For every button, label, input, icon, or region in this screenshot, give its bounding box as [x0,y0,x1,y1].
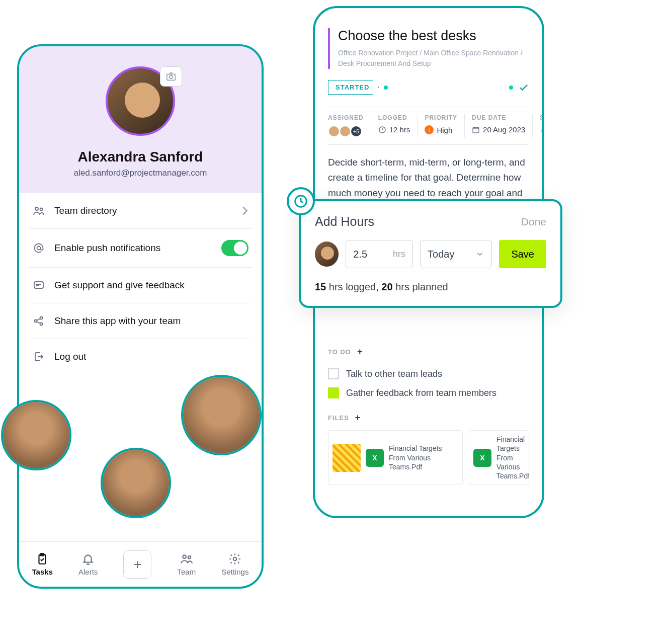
svg-point-1 [170,75,173,78]
status-chip[interactable]: STARTED [328,80,379,95]
todo-section-header: TO DO + [328,347,529,357]
avatar [339,125,351,137]
menu-label: Team directory [54,205,117,216]
logout-icon [32,350,45,363]
menu-label: Enable push notifications [54,243,160,254]
file-card[interactable]: X Financial Targets From Various Teams.P… [469,430,529,485]
file-name: Financial Targets From Various Teams.Pdf [389,444,458,471]
meta-due-date[interactable]: DUE DATE 20 Aug 2023 [464,114,525,137]
tab-label: Settings [221,568,248,576]
menu-team-directory[interactable]: Team directory [29,193,252,229]
hours-input[interactable]: 2.5 hrs [346,240,413,268]
bell-icon [81,552,95,566]
avatar [181,375,262,455]
profile-email: aled.sanford@projectmanager.com [29,168,252,178]
avatar [328,125,340,137]
bars-icon [540,126,544,134]
tab-label: Team [177,568,196,576]
camera-icon [165,71,177,82]
menu-label: Log out [54,351,86,362]
meta-assigned[interactable]: ASSIGNED +5 [328,114,364,137]
task-meta: ASSIGNED +5 LOGGED 12 hrs PRIORITY ↑ Hig… [328,107,529,145]
excel-icon: X [473,449,491,467]
todo-item[interactable]: Talk to other team leads [328,364,529,383]
svg-point-4 [37,247,41,250]
check-icon [518,82,529,93]
avatar[interactable] [315,242,339,267]
meta-status[interactable]: STAT D [532,114,544,137]
tab-bar: Tasks Alerts + Team Settings [19,541,262,587]
team-icon [180,552,193,566]
tab-settings[interactable]: Settings [221,552,248,576]
svg-point-12 [188,556,191,558]
menu-label: Share this app with your team [54,315,181,327]
clipboard-icon [36,552,49,566]
task-description: Decide short-term, mid-term, or long-ter… [328,155,529,201]
priority-icon: ↑ [425,125,434,134]
chevron-down-icon [475,250,484,259]
tab-team[interactable]: Team [177,552,196,576]
hours-summary: 15 hrs logged, 20 hrs planned [315,281,546,293]
svg-point-13 [233,557,237,561]
status-dot [509,86,513,90]
add-hours-popover: Add Hours Done 2.5 hrs Today Save 15 hrs… [299,199,562,308]
hours-value: 2.5 [353,249,367,260]
meta-priority[interactable]: PRIORITY ↑ High [417,114,457,137]
svg-rect-15 [473,127,479,133]
done-button[interactable]: Done [521,216,546,228]
avatar [1,400,71,470]
settings-menu: Team directory Enable push notifications… [19,193,262,374]
todo-item[interactable]: Gather feedback from team members [328,383,529,403]
tab-tasks[interactable]: Tasks [32,552,53,576]
svg-point-11 [183,555,186,558]
change-photo-button[interactable] [160,66,182,87]
status-row: STARTED [328,80,529,95]
svg-point-3 [40,208,43,211]
plus-icon: + [133,556,141,573]
hours-unit: hrs [393,249,405,260]
checkbox[interactable] [328,368,339,379]
chevron-right-icon [241,206,248,216]
todo-label: Gather feedback from team members [346,388,496,398]
date-value: Today [428,249,454,260]
push-toggle[interactable] [221,240,248,256]
tab-alerts[interactable]: Alerts [78,552,98,576]
image-thumbnail [332,444,361,472]
avatar [101,448,171,518]
status-dot [384,86,388,90]
share-icon [32,314,45,328]
file-card[interactable]: X Financial Targets From Various Teams.P… [328,430,463,485]
people-icon [32,204,45,217]
todo-label: Talk to other team leads [346,369,442,379]
files-section-header: FILES + [328,413,529,423]
save-button[interactable]: Save [499,240,546,268]
profile-header: Alexandra Sanford aled.sanford@projectma… [19,46,262,193]
svg-point-2 [35,207,38,210]
clock-icon [293,194,308,209]
file-name: Financial Targets From Various Teams.Pdf [496,435,529,480]
svg-rect-5 [34,282,43,288]
date-select[interactable]: Today [420,240,492,268]
tab-label: Alerts [78,568,98,576]
gear-icon [228,552,241,566]
menu-share-app[interactable]: Share this app with your team [29,303,252,339]
menu-push-notifications: Enable push notifications [29,229,252,268]
menu-log-out[interactable]: Log out [29,339,252,374]
clock-badge [287,187,315,215]
at-sign-icon [32,242,45,255]
tab-label: Tasks [32,568,53,576]
tab-add[interactable]: + [123,550,151,579]
clock-icon [378,126,386,134]
task-title: Choose the best desks [338,28,529,44]
excel-icon: X [366,449,384,467]
breadcrumb[interactable]: Office Renovation Project / Main Office … [338,48,529,69]
menu-support-feedback[interactable]: Get support and give feedback [29,268,252,303]
checkbox[interactable] [328,387,339,398]
more-count: +5 [350,125,362,137]
popover-title: Add Hours [315,214,374,229]
meta-logged[interactable]: LOGGED 12 hrs [371,114,410,137]
add-todo-button[interactable]: + [357,347,363,357]
calendar-icon [472,126,480,134]
add-file-button[interactable]: + [355,413,361,423]
menu-label: Get support and give feedback [54,280,185,291]
